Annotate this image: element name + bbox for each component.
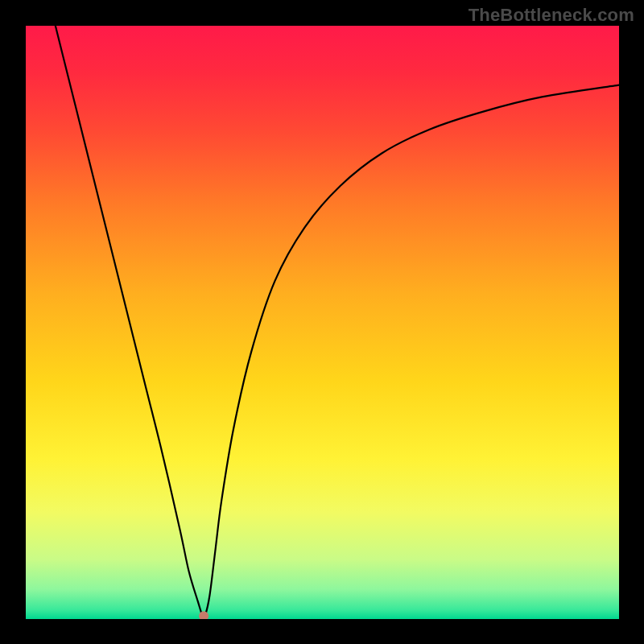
watermark-text: TheBottleneck.com [469,5,634,26]
chart-svg [26,26,619,619]
gradient-background [26,26,619,619]
chart-frame: TheBottleneck.com [0,0,644,644]
plot-area [26,26,619,619]
